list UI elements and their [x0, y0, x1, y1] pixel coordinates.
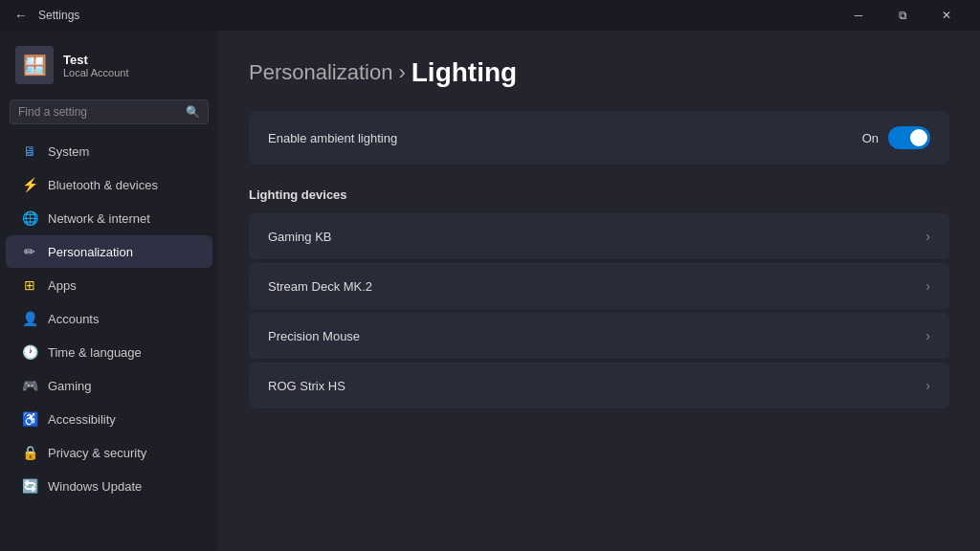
ambient-lighting-row: Enable ambient lighting On — [249, 111, 949, 165]
breadcrumb-parent: Personalization — [249, 60, 392, 85]
sidebar-item-label: Network & internet — [48, 211, 150, 226]
toggle-right: On — [862, 126, 930, 149]
sidebar-item-label: Time & language — [48, 345, 142, 360]
device-name: Precision Mouse — [268, 329, 360, 343]
ambient-lighting-label: Enable ambient lighting — [268, 131, 397, 145]
time-icon: 🕐 — [21, 343, 38, 361]
network-icon: 🌐 — [21, 209, 38, 227]
restore-button[interactable]: ⧉ — [880, 0, 924, 31]
sidebar-item-personalization[interactable]: ✏ Personalization — [6, 235, 212, 268]
sidebar: 🪟 Test Local Account 🔍 🖥 System ⚡ Blueto… — [0, 31, 218, 551]
sidebar-item-label: Bluetooth & devices — [48, 178, 158, 192]
breadcrumb: Personalization › Lighting — [249, 57, 949, 88]
sidebar-item-apps[interactable]: ⊞ Apps — [6, 269, 212, 301]
search-input[interactable] — [18, 105, 180, 119]
apps-icon: ⊞ — [21, 276, 38, 294]
sidebar-item-label: Privacy & security — [48, 446, 146, 460]
user-profile[interactable]: 🪟 Test Local Account — [0, 38, 218, 99]
sidebar-item-label: Accounts — [48, 312, 99, 326]
chevron-right-icon: › — [925, 229, 930, 244]
titlebar-title: Settings — [38, 9, 79, 22]
personalization-icon: ✏ — [21, 243, 38, 260]
window-controls: ─ ⧉ ✕ — [836, 0, 969, 31]
gaming-icon: 🎮 — [21, 377, 38, 394]
accounts-icon: 👤 — [21, 310, 38, 327]
devices-section-heading: Lighting devices — [249, 187, 949, 202]
device-name: ROG Strix HS — [268, 379, 345, 393]
accessibility-icon: ♿ — [21, 410, 38, 428]
sidebar-item-privacy[interactable]: 🔒 Privacy & security — [6, 436, 212, 469]
sidebar-item-update[interactable]: 🔄 Windows Update — [6, 470, 212, 502]
breadcrumb-current: Lighting — [412, 57, 517, 88]
back-button[interactable]: ← — [11, 6, 31, 25]
sidebar-item-system[interactable]: 🖥 System — [6, 135, 212, 167]
sidebar-item-bluetooth[interactable]: ⚡ Bluetooth & devices — [6, 168, 212, 201]
update-icon: 🔄 — [21, 477, 38, 495]
device-row[interactable]: Gaming KB › — [249, 213, 949, 259]
user-name: Test — [63, 53, 129, 67]
sidebar-item-label: System — [48, 144, 89, 159]
device-name: Stream Deck MK.2 — [268, 279, 372, 294]
sidebar-item-label: Windows Update — [48, 479, 142, 494]
close-button[interactable]: ✕ — [924, 0, 969, 31]
nav-list: 🖥 System ⚡ Bluetooth & devices 🌐 Network… — [0, 134, 218, 503]
sidebar-item-accessibility[interactable]: ♿ Accessibility — [6, 403, 212, 435]
breadcrumb-separator: › — [398, 60, 405, 85]
sidebar-item-network[interactable]: 🌐 Network & internet — [6, 202, 212, 234]
chevron-right-icon: › — [925, 278, 930, 294]
chevron-right-icon: › — [925, 328, 930, 343]
search-bar[interactable]: 🔍 — [10, 99, 209, 124]
sidebar-item-label: Accessibility — [48, 412, 116, 427]
sidebar-item-label: Apps — [48, 278, 77, 293]
user-info: Test Local Account — [63, 53, 129, 78]
ambient-lighting-toggle[interactable] — [888, 126, 930, 149]
sidebar-item-label: Personalization — [48, 245, 133, 259]
bluetooth-icon: ⚡ — [21, 176, 38, 193]
device-name: Gaming KB — [268, 230, 331, 244]
avatar: 🪟 — [15, 46, 54, 84]
titlebar-left: ← Settings — [11, 6, 79, 25]
sidebar-item-label: Gaming — [48, 379, 92, 393]
sidebar-item-time[interactable]: 🕐 Time & language — [6, 336, 212, 368]
titlebar: ← Settings ─ ⧉ ✕ — [0, 0, 980, 31]
search-icon: 🔍 — [186, 105, 200, 119]
sidebar-item-accounts[interactable]: 👤 Accounts — [6, 302, 212, 335]
chevron-right-icon: › — [925, 378, 930, 393]
device-row[interactable]: Precision Mouse › — [249, 313, 949, 359]
main-layout: 🪟 Test Local Account 🔍 🖥 System ⚡ Blueto… — [0, 31, 980, 551]
devices-list: Gaming KB › Stream Deck MK.2 › Precision… — [249, 213, 949, 408]
privacy-icon: 🔒 — [21, 444, 38, 461]
device-row[interactable]: ROG Strix HS › — [249, 363, 949, 408]
system-icon: 🖥 — [21, 143, 38, 160]
content-area: Personalization › Lighting Enable ambien… — [218, 31, 980, 551]
sidebar-item-gaming[interactable]: 🎮 Gaming — [6, 369, 212, 402]
toggle-status: On — [862, 131, 879, 145]
minimize-button[interactable]: ─ — [836, 0, 880, 31]
device-row[interactable]: Stream Deck MK.2 › — [249, 263, 949, 309]
user-account: Local Account — [63, 67, 129, 78]
